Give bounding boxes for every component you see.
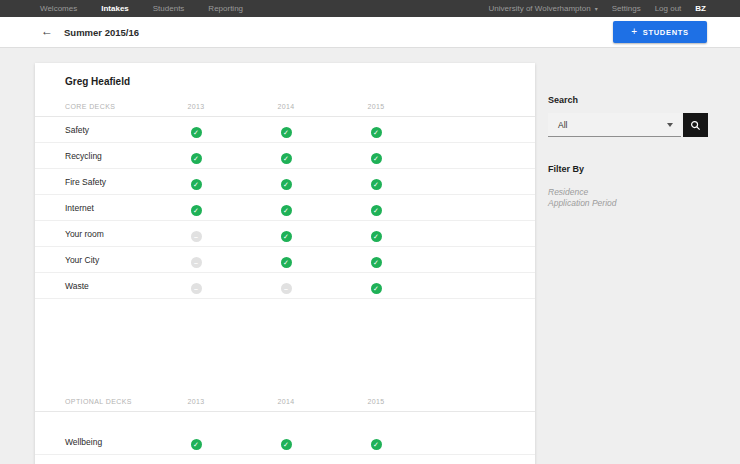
status-cell: ✓ [331, 225, 421, 243]
filter-link-application-period[interactable]: Application Period [548, 198, 708, 209]
year-header-2013: 2013 [151, 398, 241, 405]
status-cell: ✓ [241, 225, 331, 243]
check-icon: ✓ [281, 439, 292, 450]
status-cell: ✓ [241, 121, 331, 139]
check-icon: ✓ [371, 439, 382, 450]
year-header-2015: 2015 [331, 398, 421, 405]
deck-label: Wellbeing [65, 437, 151, 447]
status-cell: ✓ [151, 147, 241, 165]
status-cell: ✓ [331, 433, 421, 451]
check-icon: ✓ [191, 205, 202, 216]
status-cell: ✓ [151, 199, 241, 217]
filter-sidebar: Search All Filter By Residence Applicati… [548, 95, 708, 209]
deck-row: Safety✓✓✓ [35, 117, 535, 143]
account-label: University of Wolverhampton [489, 4, 591, 13]
search-filter-select[interactable]: All [548, 113, 681, 137]
filter-link-residence[interactable]: Residence [548, 187, 708, 198]
check-icon: ✓ [191, 153, 202, 164]
core-decks-label: CORE DECKS [65, 103, 151, 110]
check-icon: ✓ [191, 127, 202, 138]
deck-row: Wellbeing✓✓✓ [35, 429, 535, 455]
user-initials-badge[interactable]: BZ [695, 4, 706, 13]
search-icon [690, 120, 701, 131]
check-icon: ✓ [371, 179, 382, 190]
logout-link[interactable]: Log out [655, 4, 682, 13]
status-cell: × [241, 459, 331, 464]
core-decks-rows: Safety✓✓✓Recycling✓✓✓Fire Safety✓✓✓Inter… [35, 117, 535, 299]
optional-decks-header: OPTIONAL DECKS 2013 2014 2015 [35, 391, 535, 412]
check-icon: ✓ [191, 179, 202, 190]
nav-item-students[interactable]: Students [153, 4, 185, 13]
nav-item-welcomes[interactable]: Welcomes [40, 4, 77, 13]
check-icon: ✓ [281, 153, 292, 164]
check-icon: ✓ [281, 205, 292, 216]
status-cell: ✓ [331, 277, 421, 295]
deck-row: Recycling✓✓✓ [35, 143, 535, 169]
core-decks-header: CORE DECKS 2013 2014 2015 [35, 96, 535, 117]
deck-row: Internet✓✓✓ [35, 195, 535, 221]
status-cell: ✓ [241, 251, 331, 269]
check-icon: ✓ [371, 283, 382, 294]
status-cell: ✓ [241, 173, 331, 191]
status-cell: – [151, 251, 241, 269]
page-title: Summer 2015/16 [64, 27, 139, 38]
nav-item-intakes[interactable]: Intakes [101, 4, 129, 13]
status-cell: ✓ [331, 147, 421, 165]
year-header-2013: 2013 [151, 103, 241, 110]
status-cell: ✓ [331, 121, 421, 139]
student-decks-card: Greg Heafield CORE DECKS 2013 2014 2015 … [35, 63, 535, 464]
status-cell: ✓ [241, 199, 331, 217]
app-screen: Welcomes Intakes Students Reporting Univ… [0, 0, 740, 464]
status-cell: – [151, 225, 241, 243]
nav-main-items: Welcomes Intakes Students Reporting [40, 4, 243, 13]
year-header-2014: 2014 [241, 103, 331, 110]
check-icon: ✓ [191, 439, 202, 450]
check-icon: ✓ [281, 257, 292, 268]
status-cell: ✓ [151, 173, 241, 191]
nav-item-reporting[interactable]: Reporting [208, 4, 243, 13]
section-spacer [35, 299, 535, 391]
status-cell: – [241, 277, 331, 295]
status-cell: ✓ [241, 433, 331, 451]
dash-icon: – [191, 231, 202, 242]
add-students-button[interactable]: + STUDENTS [613, 21, 707, 43]
status-cell: – [151, 459, 241, 464]
student-name: Greg Heafield [35, 63, 535, 96]
section-spacer [35, 412, 535, 429]
optional-decks-rows: Wellbeing✓✓✓Studying–×✓ [35, 429, 535, 464]
settings-link[interactable]: Settings [612, 4, 641, 13]
deck-label: Recycling [65, 151, 151, 161]
check-icon: ✓ [371, 257, 382, 268]
search-controls: All [548, 113, 708, 137]
search-filter-value: All [558, 120, 567, 130]
status-cell: ✓ [331, 173, 421, 191]
deck-label: Waste [65, 281, 151, 291]
plus-icon: + [631, 27, 638, 37]
deck-label: Internet [65, 203, 151, 213]
chevron-down-icon: ▾ [595, 6, 598, 12]
check-icon: ✓ [281, 231, 292, 242]
status-cell: ✓ [331, 199, 421, 217]
status-cell: – [151, 277, 241, 295]
nav-account-items: University of Wolverhampton ▾ Settings L… [489, 4, 706, 13]
deck-label: Safety [65, 125, 151, 135]
deck-row: Studying–×✓ [35, 455, 535, 464]
check-icon: ✓ [371, 127, 382, 138]
search-label: Search [548, 95, 708, 105]
deck-row: Waste––✓ [35, 273, 535, 299]
search-button[interactable] [683, 113, 708, 137]
check-icon: ✓ [371, 153, 382, 164]
deck-row: Fire Safety✓✓✓ [35, 169, 535, 195]
check-icon: ✓ [281, 179, 292, 190]
add-students-label: STUDENTS [643, 28, 689, 37]
dash-icon: – [191, 283, 202, 294]
deck-row: Your room–✓✓ [35, 221, 535, 247]
deck-label: Your City [65, 255, 151, 265]
dash-icon: – [281, 283, 292, 294]
year-header-2015: 2015 [331, 103, 421, 110]
back-arrow-icon[interactable]: ← [41, 25, 53, 37]
page-header: ← Summer 2015/16 + STUDENTS [0, 17, 740, 48]
check-icon: ✓ [371, 205, 382, 216]
account-dropdown[interactable]: University of Wolverhampton ▾ [489, 4, 598, 13]
top-navbar: Welcomes Intakes Students Reporting Univ… [0, 0, 740, 17]
